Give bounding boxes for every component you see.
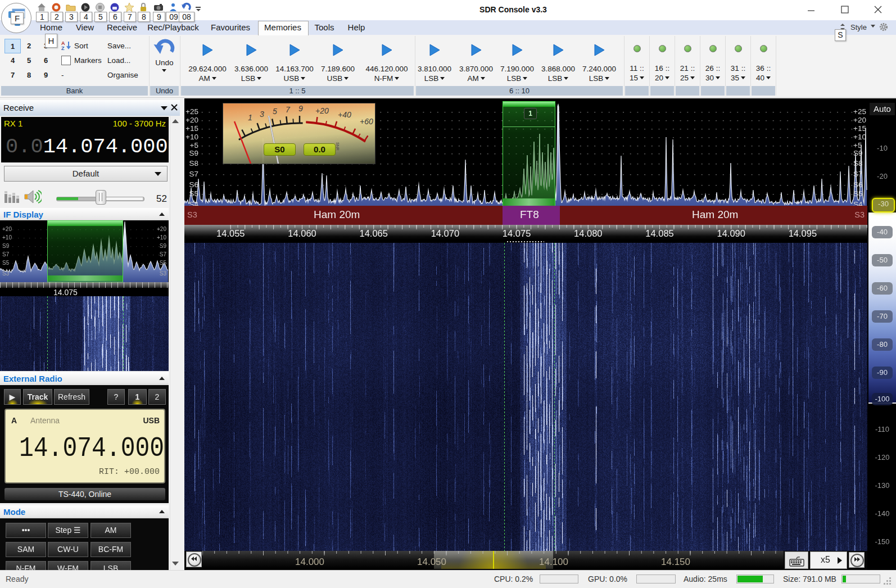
svg-text:+20: +20 bbox=[315, 106, 329, 115]
svg-text:5: 5 bbox=[273, 107, 277, 116]
svg-text:9: 9 bbox=[298, 104, 303, 113]
svg-text:+40: +40 bbox=[338, 110, 351, 119]
svg-text:+60: +60 bbox=[360, 117, 373, 126]
svg-text:1: 1 bbox=[248, 113, 252, 122]
svg-text:3: 3 bbox=[260, 110, 264, 119]
svg-text:7: 7 bbox=[286, 105, 291, 114]
svg-text:Z: Z bbox=[61, 46, 65, 51]
